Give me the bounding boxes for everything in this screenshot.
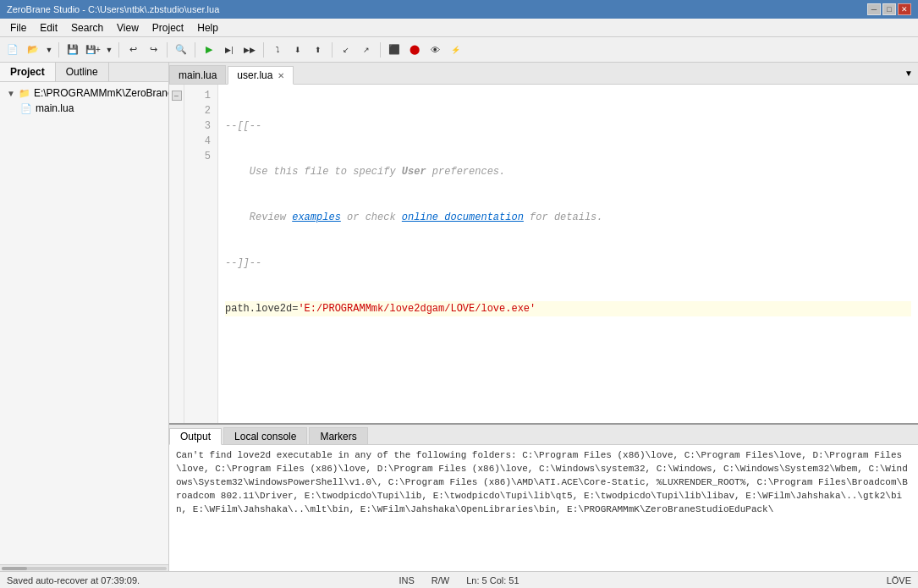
code-link-examples[interactable]: examples <box>292 212 341 223</box>
sep7 <box>380 42 381 58</box>
editor-tab-close[interactable]: ✕ <box>278 71 284 80</box>
new-file-button[interactable]: 📄 <box>3 41 22 59</box>
gutter-line-2 <box>171 103 182 118</box>
tree-root[interactable]: ▼ 📁 E:\PROGRAMMmK\ZeroBraneS <box>3 85 165 101</box>
line-numbers: 1 2 3 4 5 <box>184 85 218 423</box>
title-bar-controls: ─ □ ✕ <box>867 3 911 15</box>
status-center: INS R/W Ln: 5 Col: 51 <box>308 575 609 585</box>
maximize-button[interactable]: □ <box>882 3 896 15</box>
tab-dropdown-button[interactable]: ▼ <box>899 63 918 84</box>
menu-file[interactable]: File <box>3 20 33 36</box>
line-num-3: 3 <box>191 118 211 134</box>
sep1 <box>58 42 59 58</box>
stop-button[interactable]: ⬛ <box>385 41 404 59</box>
sep3 <box>167 42 168 58</box>
line-num-1: 1 <box>191 88 211 103</box>
editor-area: main.lua user.lua ✕ ▼ ─ 1 2 3 <box>169 63 918 571</box>
menu-project[interactable]: Project <box>146 20 190 36</box>
title-bar-text: ZeroBrane Studio - C:\Users\ntbk\.zbstud… <box>7 4 219 14</box>
sep5 <box>263 42 264 58</box>
toolbar-dropdown-btn[interactable]: ▼ <box>44 41 54 59</box>
status-autosave: Saved auto-recover at 07:39:09. <box>7 575 308 585</box>
step-in2-button[interactable]: ↙ <box>337 41 355 59</box>
breakpoint-button[interactable]: ⬤ <box>405 41 424 59</box>
output-text: Can't find love2d executable in any of t… <box>176 448 911 516</box>
file-icon: 📄 <box>20 103 32 114</box>
scroll-thumb <box>2 567 27 570</box>
line-num-5: 5 <box>191 149 211 164</box>
line-num-4: 4 <box>191 134 211 149</box>
save-all-button[interactable]: 💾+ <box>84 41 102 59</box>
sep6 <box>332 42 333 58</box>
tree-root-label: E:\PROGRAMMmK\ZeroBraneS <box>34 87 168 99</box>
output-content: Can't find love2d executable in any of t… <box>169 445 918 571</box>
find-button[interactable]: 🔍 <box>172 41 190 59</box>
gutter-line-3 <box>171 118 182 134</box>
code-bold-user: User <box>402 166 426 178</box>
code-comment-2: Use this file to specify User preference… <box>225 166 505 178</box>
title-bar: ZeroBrane Studio - C:\Users\ntbk\.zbstud… <box>0 0 918 19</box>
editor-tab-user-lua-label: user.lua <box>237 69 272 81</box>
code-comment-1: --[[-- <box>225 120 261 132</box>
bottom-tab-output[interactable]: Output <box>169 428 222 445</box>
save-button[interactable]: 💾 <box>63 41 82 59</box>
gutter-line-1: ─ <box>171 88 182 103</box>
sep2 <box>118 42 119 58</box>
menu-edit[interactable]: Edit <box>33 20 64 36</box>
step-over-button[interactable]: ⤵ <box>268 41 287 59</box>
sidebar-tabs: Project Outline <box>0 63 168 82</box>
run-button[interactable]: ▶ <box>200 41 218 59</box>
code-string-1: 'E:/PROGRAMMmk/love2dgam/LOVE/love.exe' <box>298 303 536 315</box>
sidebar-scrollbar[interactable] <box>0 564 168 571</box>
status-bar: Saved auto-recover at 07:39:09. INS R/W … <box>0 571 918 588</box>
bottom-panel: Output Local console Markers Can't find … <box>169 423 918 571</box>
scroll-track <box>2 567 167 570</box>
redo-button[interactable]: ↪ <box>144 41 162 59</box>
toolbar-dropdown-btn2[interactable]: ▼ <box>104 41 114 59</box>
close-button[interactable]: ✕ <box>898 3 911 15</box>
main-content: Project Outline ▼ 📁 E:\PROGRAMMmK\ZeroBr… <box>0 63 918 571</box>
status-position: Ln: 5 Col: 51 <box>466 575 519 585</box>
minimize-button[interactable]: ─ <box>867 3 881 15</box>
run-to-cursor[interactable]: ▶| <box>220 41 239 59</box>
tree-expand-icon: ▼ <box>7 89 15 98</box>
code-line-1: --[[-- <box>225 118 911 134</box>
step-into-button[interactable]: ⬇ <box>289 41 307 59</box>
gutter-line-5 <box>171 149 182 164</box>
tree-child-container: 📄 main.lua <box>17 101 165 116</box>
undo-button[interactable]: ↩ <box>124 41 142 59</box>
sidebar-tab-outline[interactable]: Outline <box>56 63 109 81</box>
code-path-key: path.love2d= <box>225 303 298 315</box>
bottom-tab-markers[interactable]: Markers <box>309 427 367 444</box>
menu-help[interactable]: Help <box>190 20 225 36</box>
code-line-2: Use this file to specify User preference… <box>225 164 911 179</box>
stack-button[interactable]: ⚡ <box>446 41 464 59</box>
editor-tab-main-lua[interactable]: main.lua <box>169 65 226 84</box>
editor-tab-user-lua[interactable]: user.lua ✕ <box>228 66 294 85</box>
sep4 <box>195 42 195 58</box>
tree-item-main-lua[interactable]: 📄 main.lua <box>17 101 165 116</box>
code-comment-3: Review examples or check online document… <box>225 212 603 223</box>
code-content[interactable]: --[[-- Use this file to specify User pre… <box>218 85 918 423</box>
menu-search[interactable]: Search <box>64 20 110 36</box>
status-ins: INS <box>399 575 414 585</box>
watch-button[interactable]: 👁 <box>426 41 444 59</box>
step-out-button[interactable]: ⬆ <box>309 41 327 59</box>
menu-view[interactable]: View <box>110 20 146 36</box>
menu-bar: File Edit Search View Project Help <box>0 19 918 37</box>
code-line-5: path.love2d='E:/PROGRAMMmk/love2dgam/LOV… <box>225 301 911 316</box>
code-link-docs[interactable]: online documentation <box>402 212 524 223</box>
run-file-button[interactable]: ▶▶ <box>240 41 259 59</box>
step-out2-button[interactable]: ↗ <box>357 41 376 59</box>
code-line-3: Review examples or check online document… <box>225 210 911 225</box>
code-line-4: --]]-- <box>225 256 911 271</box>
sidebar-tab-project[interactable]: Project <box>0 63 56 81</box>
bottom-tab-local-console[interactable]: Local console <box>223 427 307 444</box>
line-num-2: 2 <box>191 103 211 118</box>
bottom-tabs: Output Local console Markers <box>169 425 918 445</box>
code-editor[interactable]: ─ 1 2 3 4 5 --[[-- Use this file to spec… <box>169 85 918 423</box>
toolbar: 📄 📂 ▼ 💾 💾+ ▼ ↩ ↪ 🔍 ▶ ▶| ▶▶ ⤵ ⬇ ⬆ ↙ ↗ ⬛ ⬤… <box>0 37 918 63</box>
folder-icon: 📁 <box>19 88 30 99</box>
open-file-button[interactable]: 📂 <box>24 41 42 59</box>
code-comment-4: --]]-- <box>225 257 261 269</box>
